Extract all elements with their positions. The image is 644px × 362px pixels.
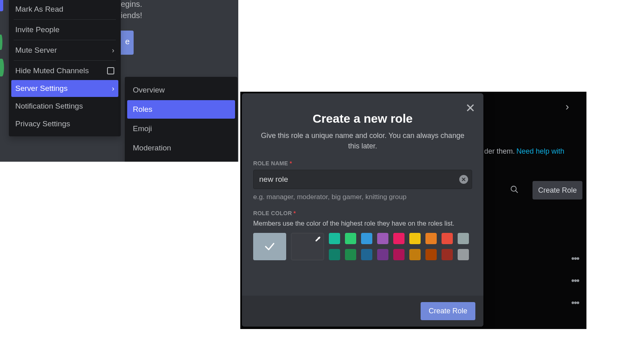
bg-text-fragment: egins. iends! [121, 0, 142, 21]
role-name-input[interactable] [253, 170, 472, 189]
custom-color-swatch[interactable] [291, 233, 324, 260]
modal-description: Give this role a unique name and color. … [257, 130, 468, 151]
color-swatch[interactable] [377, 249, 388, 260]
more-icon[interactable]: ••• [571, 253, 579, 264]
create-role-modal: ✕ Create a new role Give this role a uni… [242, 93, 483, 327]
role-name-input-wrap: ✕ [253, 170, 472, 189]
color-swatch[interactable] [345, 249, 356, 260]
menu-item-label: Mute Server [15, 46, 57, 55]
menu-item-label: Notification Settings [15, 102, 83, 111]
default-color-swatch[interactable] [253, 233, 286, 260]
modal-body: Create a new role Give this role a uniqu… [242, 93, 483, 296]
menu-item-label: Invite People [15, 25, 60, 34]
color-swatch[interactable] [458, 249, 469, 260]
color-swatch[interactable] [361, 233, 372, 244]
modal-footer: Create Role [242, 296, 483, 327]
bg-button-fragment: e [120, 31, 134, 55]
menu-item-invite-people[interactable]: Invite People [11, 21, 118, 38]
bg-link-fragment[interactable]: Need help with [516, 147, 564, 156]
clear-input-icon[interactable]: ✕ [459, 175, 468, 184]
color-swatch[interactable] [425, 233, 437, 244]
server-settings-submenu: Overview Roles Emoji Moderation [125, 77, 237, 162]
color-swatch[interactable] [425, 249, 437, 260]
color-swatch[interactable] [361, 249, 372, 260]
search-icon[interactable] [510, 185, 519, 196]
server-selection-pill [0, 0, 3, 11]
menu-separator [14, 40, 116, 40]
menu-separator [14, 19, 116, 20]
chevron-right-icon[interactable]: › [566, 101, 569, 113]
more-icon[interactable]: ••• [571, 275, 579, 286]
server-icon-strip [0, 0, 4, 162]
bg-text-fragment: der them. [484, 147, 515, 156]
server-context-menu: Mark As Read Invite People Mute Server ›… [9, 0, 121, 136]
role-color-description: Members use the color of the highest rol… [253, 220, 472, 227]
color-swatch[interactable] [393, 249, 405, 260]
server-icon-fragment [0, 35, 2, 50]
role-color-section: Role Color* Members use the color of the… [253, 210, 472, 260]
eyedropper-icon [315, 236, 321, 244]
submenu-item-overview[interactable]: Overview [127, 81, 235, 99]
color-swatch[interactable] [409, 249, 421, 260]
color-swatch[interactable] [458, 233, 469, 244]
menu-item-label: Server Settings [15, 84, 68, 93]
color-grid [253, 233, 472, 260]
checkbox-icon [107, 67, 114, 74]
chevron-right-icon: › [112, 84, 114, 93]
menu-item-hide-muted-channels[interactable]: Hide Muted Channels [11, 62, 118, 79]
color-swatch[interactable] [377, 233, 388, 244]
color-swatch[interactable] [329, 249, 340, 260]
create-role-button[interactable]: Create Role [421, 302, 475, 320]
close-icon[interactable]: ✕ [465, 102, 475, 114]
create-role-button-bg[interactable]: Create Role [533, 181, 582, 200]
menu-item-notification-settings[interactable]: Notification Settings [11, 98, 118, 115]
submenu-item-emoji[interactable]: Emoji [127, 119, 235, 138]
menu-item-label: Privacy Settings [15, 119, 70, 128]
svg-line-1 [516, 191, 518, 193]
submenu-item-moderation[interactable]: Moderation [127, 139, 235, 157]
swatch-row [329, 233, 469, 244]
left-screenshot-panel: egins. iends! e Mark As Read Invite Peop… [0, 0, 238, 162]
submenu-item-roles[interactable]: Roles [127, 100, 235, 119]
more-icon[interactable]: ••• [571, 297, 579, 309]
menu-item-server-settings[interactable]: Server Settings › [11, 80, 118, 97]
color-swatch[interactable] [409, 233, 421, 244]
color-swatch[interactable] [345, 233, 356, 244]
color-swatch[interactable] [442, 233, 453, 244]
swatch-row [329, 249, 469, 260]
menu-item-label: Mark As Read [15, 5, 63, 14]
modal-title: Create a new role [253, 112, 472, 125]
svg-point-0 [511, 186, 516, 191]
right-screenshot-panel: › der them. Need help with Create Role •… [240, 92, 586, 329]
menu-separator [14, 60, 116, 61]
check-icon [264, 241, 276, 253]
color-swatch[interactable] [442, 249, 453, 260]
menu-item-mute-server[interactable]: Mute Server › [11, 42, 118, 59]
menu-item-mark-as-read[interactable]: Mark As Read [11, 1, 118, 18]
role-name-label: Role Name* [253, 160, 472, 167]
server-icon-fragment [0, 59, 4, 76]
menu-item-privacy-settings[interactable]: Privacy Settings [11, 115, 118, 132]
color-swatch[interactable] [329, 233, 340, 244]
menu-item-label: Hide Muted Channels [15, 66, 89, 75]
role-color-label: Role Color* [253, 210, 472, 216]
role-name-hint: e.g. manager, moderator, big gamer, knit… [253, 193, 472, 201]
swatch-columns [329, 233, 469, 260]
color-swatch[interactable] [393, 233, 405, 244]
chevron-right-icon: › [112, 46, 114, 55]
